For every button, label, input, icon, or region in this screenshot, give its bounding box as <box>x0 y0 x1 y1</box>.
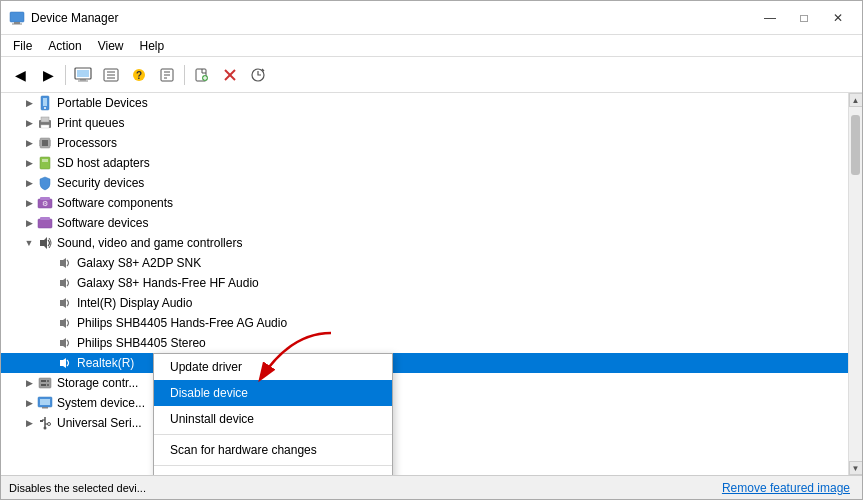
window-title: Device Manager <box>31 11 754 25</box>
security-devices-icon <box>37 175 53 191</box>
ctx-update-driver[interactable]: Update driver <box>154 354 392 380</box>
tree-item-storage-ctrl[interactable]: ▶ Storage contr... <box>1 373 848 393</box>
maximize-button[interactable]: □ <box>788 5 820 31</box>
print-queues-label: Print queues <box>57 116 848 130</box>
expand-arrow: ▶ <box>21 95 37 111</box>
galaxy-hf-icon <box>57 275 73 291</box>
print-queues-icon <box>37 115 53 131</box>
expand-arrow-empty <box>41 255 57 271</box>
tree-item-intel-display[interactable]: Intel(R) Display Audio <box>1 293 848 313</box>
tree-item-sound-video[interactable]: ▼ Sound, video and game controllers <box>1 233 848 253</box>
toolbar-scan[interactable] <box>245 62 271 88</box>
remove-featured-image-link[interactable]: Remove featured image <box>722 481 850 495</box>
tree-item-security-devices[interactable]: ▶ Security devices <box>1 173 848 193</box>
svg-rect-65 <box>40 420 43 422</box>
tree-item-galaxy-hf[interactable]: Galaxy S8+ Hands-Free HF Audio <box>1 273 848 293</box>
svg-rect-5 <box>80 79 86 81</box>
tree-item-software-components[interactable]: ▶ ⚙ Software components <box>1 193 848 213</box>
svg-marker-50 <box>60 278 66 288</box>
security-devices-label: Security devices <box>57 176 848 190</box>
svg-point-26 <box>44 107 46 109</box>
ctx-properties[interactable]: Properties <box>154 468 392 475</box>
expand-arrow-empty <box>41 295 57 311</box>
close-button[interactable]: ✕ <box>822 5 854 31</box>
realtek-icon <box>57 355 73 371</box>
scroll-thumb-area[interactable] <box>849 107 862 461</box>
software-components-label: Software components <box>57 196 848 210</box>
menu-file[interactable]: File <box>5 35 40 56</box>
software-devices-label: Software devices <box>57 216 848 230</box>
tree-item-print-queues[interactable]: ▶ Print queues <box>1 113 848 133</box>
svg-rect-47 <box>40 217 50 220</box>
svg-marker-52 <box>60 318 66 328</box>
tree-item-software-devices[interactable]: ▶ Software devices <box>1 213 848 233</box>
toolbar-remove[interactable] <box>217 62 243 88</box>
galaxy-a2dp-label: Galaxy S8+ A2DP SNK <box>77 256 848 270</box>
portable-devices-label: Portable Devices <box>57 96 848 110</box>
menu-action[interactable]: Action <box>40 35 89 56</box>
expand-arrow: ▶ <box>21 195 37 211</box>
toolbar-help[interactable]: ? <box>126 62 152 88</box>
svg-rect-25 <box>43 98 47 106</box>
ctx-disable-device[interactable]: Disable device <box>154 380 392 406</box>
expand-arrow: ▶ <box>21 375 37 391</box>
toolbar-computer[interactable] <box>70 62 96 88</box>
intel-display-label: Intel(R) Display Audio <box>77 296 848 310</box>
storage-ctrl-icon <box>37 375 53 391</box>
svg-rect-6 <box>78 80 88 81</box>
status-text: Disables the selected devi... <box>9 482 146 494</box>
tree-item-universal-serial[interactable]: ▶ Universal Seri... <box>1 413 848 433</box>
context-menu: Update driver Disable device Uninstall d… <box>153 353 393 475</box>
svg-point-57 <box>47 380 49 382</box>
svg-rect-58 <box>41 384 46 386</box>
svg-rect-28 <box>41 117 49 122</box>
app-icon <box>9 10 25 26</box>
galaxy-a2dp-icon <box>57 255 73 271</box>
tree-item-philips-hf[interactable]: Philips SHB4405 Hands-Free AG Audio <box>1 313 848 333</box>
scroll-down-arrow[interactable]: ▼ <box>849 461 863 475</box>
toolbar-add-driver[interactable] <box>189 62 215 88</box>
menu-view[interactable]: View <box>90 35 132 56</box>
sound-video-label: Sound, video and game controllers <box>57 236 848 250</box>
expand-arrow: ▶ <box>21 115 37 131</box>
scrollbar[interactable]: ▲ ▼ <box>848 93 862 475</box>
svg-marker-53 <box>60 338 66 348</box>
expand-arrow-empty <box>41 275 57 291</box>
expand-arrow: ▶ <box>21 215 37 231</box>
toolbar-back[interactable]: ◀ <box>7 62 33 88</box>
toolbar-separator-1 <box>65 65 66 85</box>
toolbar-list[interactable] <box>98 62 124 88</box>
tree-item-portable-devices[interactable]: ▶ Portable Devices <box>1 93 848 113</box>
expand-arrow-empty <box>41 355 57 371</box>
tree-panel[interactable]: ▶ Portable Devices ▶ Print queues ▶ Proc… <box>1 93 848 475</box>
menu-help[interactable]: Help <box>132 35 173 56</box>
svg-rect-4 <box>77 70 89 77</box>
system-device-icon <box>37 395 53 411</box>
svg-rect-31 <box>42 140 48 146</box>
tree-item-system-device[interactable]: ▶ System device... <box>1 393 848 413</box>
software-devices-icon <box>37 215 53 231</box>
toolbar-forward[interactable]: ▶ <box>35 62 61 88</box>
tree-item-realtek[interactable]: Realtek(R) <box>1 353 848 373</box>
scroll-thumb[interactable] <box>851 115 860 175</box>
tree-item-sd-host[interactable]: ▶ SD host adapters <box>1 153 848 173</box>
svg-marker-48 <box>40 237 47 249</box>
ctx-scan-changes[interactable]: Scan for hardware changes <box>154 437 392 463</box>
toolbar-properties[interactable] <box>154 62 180 88</box>
svg-marker-49 <box>60 258 66 268</box>
portable-devices-icon <box>37 95 53 111</box>
expand-arrow-empty <box>41 335 57 351</box>
tree-item-galaxy-a2dp[interactable]: Galaxy S8+ A2DP SNK <box>1 253 848 273</box>
scroll-up-arrow[interactable]: ▲ <box>849 93 863 107</box>
universal-serial-icon <box>37 415 53 431</box>
tree-item-processors[interactable]: ▶ Processors <box>1 133 848 153</box>
device-manager-window: Device Manager — □ ✕ File Action View He… <box>0 0 863 500</box>
svg-rect-2 <box>12 23 22 24</box>
expand-arrow: ▶ <box>21 135 37 151</box>
ctx-separator-2 <box>154 465 392 466</box>
sound-video-icon <box>37 235 53 251</box>
tree-item-philips-stereo[interactable]: Philips SHB4405 Stereo <box>1 333 848 353</box>
minimize-button[interactable]: — <box>754 5 786 31</box>
ctx-uninstall-device[interactable]: Uninstall device <box>154 406 392 432</box>
sd-host-icon <box>37 155 53 171</box>
